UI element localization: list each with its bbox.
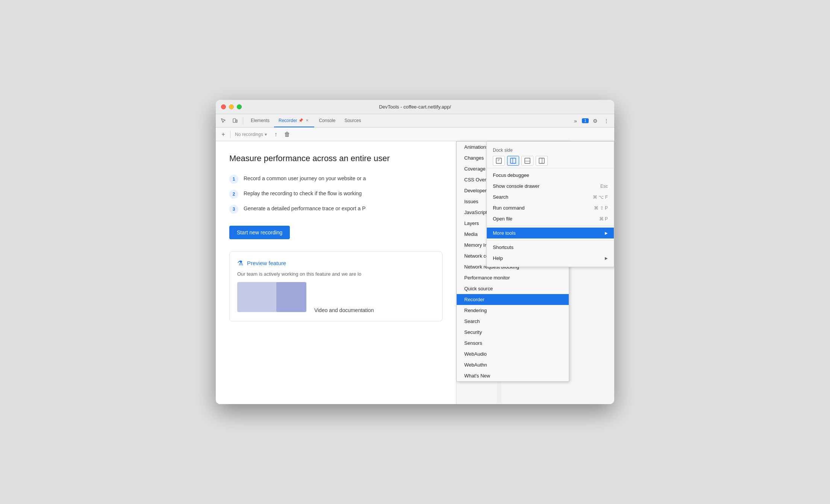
menu-separator-5 [487,240,614,240]
recorder-close-icon[interactable]: ✕ [304,118,310,123]
toolbar-separator-1 [243,117,243,125]
devtools-menu-items-container: Focus debuggeeShow console drawerEscSear… [487,170,614,264]
menu-item-label: Open file [493,216,512,222]
recordings-bar: + No recordings ▾ ↑ 🗑 [216,128,614,141]
devtools-menu-item-more-tools[interactable]: More tools▶ [487,228,614,238]
tab-elements[interactable]: Elements [246,114,274,127]
menu-item-label: Show console drawer [493,183,539,189]
menu-item-label: Search [493,194,508,200]
steps-list: 1 Record a common user journey on your w… [229,175,442,214]
step-number-3: 3 [229,205,238,214]
video-doc-label: Video and documentation [314,307,374,313]
more-tools-item-quick-source[interactable]: Quick source [457,283,569,294]
preview-feature-title: Preview feature [247,260,286,266]
step-item-3: 3 Generate a detailed performance trace … [229,205,442,214]
settings-icon[interactable]: ⚙ [590,116,600,126]
recordings-separator [230,131,230,138]
thumbnail-2 [276,282,306,312]
menu-item-label: More tools [493,230,516,236]
devtools-toolbar: Elements Recorder 📌 ✕ Console Sources » … [216,114,614,128]
add-recording-button[interactable]: + [219,130,228,139]
menu-item-shortcut: ⌘ P [599,216,608,222]
menu-item-label: Shortcuts [493,244,513,250]
more-tabs-icon[interactable]: » [571,116,580,126]
close-button[interactable] [221,104,226,109]
devtools-menu-item-show-console-drawer[interactable]: Show console drawerEsc [487,181,614,192]
start-new-recording-button[interactable]: Start new recording [229,226,290,239]
devtools-menu-item-focus-debuggee[interactable]: Focus debuggee [487,170,614,181]
svg-rect-0 [233,119,236,122]
devtools-menu-item-shortcuts[interactable]: Shortcuts [487,242,614,253]
svg-rect-5 [525,158,530,163]
step-number-1: 1 [229,175,238,184]
step-text-2: Replay the recording to check if the flo… [244,190,362,198]
devtools-menu-item-run-command[interactable]: Run command⌘ ⇧ P [487,202,614,213]
step-item-2: 2 Replay the recording to check if the f… [229,190,442,199]
recorder-pin-icon: 📌 [298,118,303,122]
delete-recording-button[interactable]: 🗑 [283,130,292,139]
dock-left-button[interactable] [507,156,519,166]
more-options-icon[interactable]: ⋮ [601,116,611,126]
recordings-dropdown[interactable]: No recordings ▾ [233,130,269,139]
preview-feature-text: Our team is actively working on this fea… [237,271,435,277]
dock-side-section: Dock side [487,145,614,168]
more-tools-item-search[interactable]: Search [457,316,569,327]
more-tools-item-recorder[interactable]: Recorder [457,294,569,305]
more-tools-item-rendering[interactable]: Rendering [457,305,569,316]
menu-item-label: Help [493,255,503,261]
menu-arrow-icon: ▶ [605,231,608,235]
devtools-menu-item-open-file[interactable]: Open file⌘ P [487,213,614,224]
menu-item-label: Run command [493,205,525,211]
dock-undock-button[interactable] [493,156,505,166]
main-content: Measure performance across an entire use… [216,141,614,404]
issues-badge[interactable]: 1 [582,118,589,123]
svg-rect-7 [539,158,544,163]
preview-thumbnail-area: Video and documentation [237,282,435,314]
flask-icon: ⚗ [237,259,243,267]
menu-arrow-icon: ▶ [605,256,608,260]
more-tools-item-what's-new[interactable]: What's New [457,370,569,381]
window-title: DevTools - coffee-cart.netlify.app/ [379,104,451,110]
menu-item-shortcut: ⌘ ⇧ P [594,205,608,211]
minimize-button[interactable] [229,104,234,109]
recorder-heading: Measure performance across an entire use… [229,153,442,164]
dock-icons [493,156,608,166]
devtools-menu-item-search[interactable]: Search⌘ ⌥ F [487,192,614,202]
more-tools-item-sensors[interactable]: Sensors [457,338,569,349]
step-text-3: Generate a detailed performance trace or… [244,205,366,213]
devtools-menu: Dock side [486,141,614,267]
maximize-button[interactable] [237,104,242,109]
preview-feature-header: ⚗ Preview feature [237,259,435,267]
menu-item-label: Focus debuggee [493,172,529,178]
upload-recording-button[interactable]: ↑ [271,130,280,139]
dropdown-arrow-icon: ▾ [265,132,267,137]
tab-recorder[interactable]: Recorder 📌 ✕ [274,114,314,127]
dock-bottom-button[interactable] [521,156,533,166]
svg-rect-3 [510,158,516,163]
tab-sources[interactable]: Sources [340,114,365,127]
more-tools-item-webaudio[interactable]: WebAudio [457,349,569,359]
devtools-menu-item-help[interactable]: Help▶ [487,253,614,264]
step-item-1: 1 Record a common user journey on your w… [229,175,442,184]
tab-strip: Elements Recorder 📌 ✕ Console Sources [246,114,569,127]
thumbnail-1 [237,282,282,312]
recorder-panel: Measure performance across an entire use… [216,141,456,404]
dock-right-button[interactable] [536,156,548,166]
preview-feature-box: ⚗ Preview feature Our team is actively w… [229,251,442,321]
device-toolbar-icon[interactable] [230,116,240,126]
menu-separator-4 [487,226,614,226]
traffic-lights [221,104,242,109]
more-tools-item-performance-monitor[interactable]: Performance monitor [457,272,569,283]
svg-rect-1 [236,120,237,122]
more-tools-item-webauthn[interactable]: WebAuthn [457,359,569,370]
toolbar-right: » 1 ⚙ ⋮ [571,116,611,126]
inspect-element-icon[interactable] [219,116,229,126]
title-bar: DevTools - coffee-cart.netlify.app/ [216,100,614,114]
menu-item-shortcut: Esc [600,184,608,189]
devtools-window: DevTools - coffee-cart.netlify.app/ Elem… [216,100,614,404]
dock-side-label: Dock side [493,148,608,153]
tab-console[interactable]: Console [314,114,340,127]
menu-item-shortcut: ⌘ ⌥ F [593,195,608,200]
more-tools-item-security[interactable]: Security [457,327,569,338]
step-number-2: 2 [229,190,238,199]
